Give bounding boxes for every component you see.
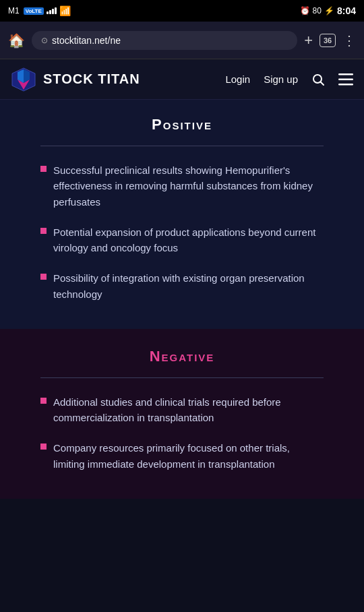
url-text: stocktitan.net/ne [52,35,121,46]
bullet-square [40,398,47,404]
url-bar[interactable]: ⊙ stocktitan.net/ne [32,31,297,50]
svg-line-7 [321,82,324,85]
battery-percent: 80 [313,6,322,16]
tabs-count-button[interactable]: 36 [320,34,336,47]
volte-badge: VoLTE [24,7,44,15]
negative-section: Negative Additional studies and clinical… [0,329,364,499]
charging-icon: ⚡ [324,6,334,16]
time-label: 8:04 [337,5,356,16]
browser-chrome: 🏠 ⊙ stocktitan.net/ne + 36 ⋮ [0,22,364,59]
nav-bar: STOCK TITAN Login Sign up [0,59,364,100]
bullet-square [40,443,47,450]
negative-list-item: Company resources primarily focused on o… [40,440,324,472]
home-button[interactable]: 🏠 [8,32,25,49]
positive-divider [40,146,324,146]
more-options-button[interactable]: ⋮ [342,32,356,49]
bullet-square [40,274,47,280]
positive-heading: Positive [152,116,212,133]
search-icon [311,73,325,86]
search-button[interactable] [311,73,325,86]
logo-text: STOCK TITAN [43,71,140,87]
svg-rect-8 [338,73,353,75]
svg-rect-10 [338,84,353,86]
bullet-square [40,228,47,234]
nav-logo: STOCK TITAN [11,67,225,92]
status-right: ⏰ 80 ⚡ 8:04 [300,5,356,16]
tabs-count-label: 36 [324,36,332,44]
positive-list-item: Potential expansion of product applicati… [40,224,324,256]
status-bar: M1 VoLTE 📶 ⏰ 80 ⚡ 8:04 [0,0,364,22]
negative-heading-container: Negative [16,348,348,365]
negative-item-text: Company resources primarily focused on o… [53,440,324,472]
positive-list: Successful preclinical results showing H… [40,162,324,302]
hamburger-icon [338,73,353,86]
main-content: Positive Successful preclinical results … [0,100,364,499]
signup-link[interactable]: Sign up [264,73,298,85]
stock-titan-logo-icon [11,67,36,92]
negative-divider [40,377,324,378]
wifi-icon: 📶 [59,5,71,16]
negative-heading: Negative [150,348,215,365]
svg-rect-9 [338,78,353,80]
positive-item-text: Possibility of integration with existing… [53,270,324,302]
positive-section: Positive Successful preclinical results … [0,100,364,329]
carrier-label: M1 [8,6,20,16]
positive-list-item: Successful preclinical results showing H… [40,162,324,210]
positive-item-text: Potential expansion of product applicati… [53,224,324,256]
positive-heading-container: Positive [16,116,348,133]
bullet-square [40,166,47,172]
nav-links: Login Sign up [225,73,353,86]
negative-list: Additional studies and clinical trials r… [40,394,324,472]
new-tab-button[interactable]: + [304,32,313,49]
positive-list-item: Possibility of integration with existing… [40,270,324,302]
login-link[interactable]: Login [225,73,250,85]
alarm-icon: ⏰ [300,6,310,16]
url-security-icon: ⊙ [41,36,48,45]
signal-bars [47,7,57,14]
negative-list-item: Additional studies and clinical trials r… [40,394,324,426]
negative-item-text: Additional studies and clinical trials r… [53,394,324,426]
hamburger-button[interactable] [338,73,353,86]
positive-item-text: Successful preclinical results showing H… [53,162,324,210]
status-left: M1 VoLTE 📶 [8,5,71,16]
